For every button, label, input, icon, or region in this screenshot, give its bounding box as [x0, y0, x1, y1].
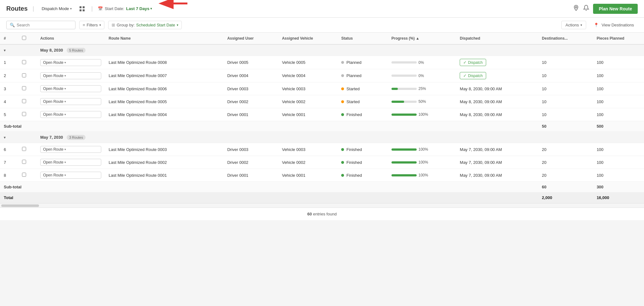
open-route-button[interactable]: Open Route ▾ — [40, 59, 101, 66]
open-route-button[interactable]: Open Route ▾ — [40, 85, 101, 92]
dispatch-label: Dispatch — [468, 74, 483, 78]
row-assigned-vehicle: Vehicle 0005 — [278, 56, 338, 69]
grid-view-icon[interactable] — [78, 5, 86, 13]
toolbar: 🔍 ≡ Filters ▾ ⊞ Group by: Scheduled Star… — [0, 18, 644, 33]
progress-bar: 0% — [391, 60, 452, 65]
view-destinations-button[interactable]: 📍 View Destinations — [590, 21, 638, 29]
filters-button[interactable]: ≡ Filters ▾ — [79, 21, 104, 29]
filter-icon: ≡ — [83, 23, 85, 27]
group-cb — [18, 44, 36, 56]
row-select-checkbox[interactable] — [22, 112, 26, 116]
open-route-button[interactable]: Open Route ▾ — [40, 159, 101, 166]
scroll-thumb[interactable] — [1, 204, 39, 207]
table-row: 2 Open Route ▾ Last Mile Optimized Route… — [0, 69, 644, 82]
divider: | — [33, 5, 34, 12]
group-by-button[interactable]: ⊞ Group by: Scheduled Start Date ▾ — [108, 21, 182, 29]
col-header-actions: Actions — [36, 33, 105, 44]
row-pieces: 100 — [593, 143, 644, 156]
row-route-name: Last Mile Optimized Route 0005 — [105, 95, 224, 108]
select-all-checkbox[interactable] — [22, 36, 26, 40]
row-route-name: Last Mile Optimized Route 0008 — [105, 56, 224, 69]
filters-label: Filters — [87, 23, 98, 27]
group-expand[interactable]: ▾ — [0, 44, 18, 56]
status-dot — [341, 113, 344, 116]
start-date-button[interactable]: Last 7 Days ▾ — [126, 6, 152, 11]
progress-bar: 100% — [391, 112, 452, 117]
search-icon: 🔍 — [10, 23, 15, 27]
row-checkbox[interactable] — [18, 108, 36, 121]
row-destinations: 20 — [538, 169, 593, 182]
row-action: Open Route ▾ — [36, 69, 105, 82]
open-route-chevron: ▾ — [64, 161, 66, 164]
subtotal-row: Sub-total 60 300 — [0, 182, 644, 192]
location-icon-button[interactable] — [573, 5, 579, 13]
open-route-chevron: ▾ — [64, 174, 66, 177]
chevron-down-icon[interactable]: ▾ — [4, 48, 6, 52]
row-checkbox[interactable] — [18, 156, 36, 169]
annotation-arrow — [159, 0, 191, 17]
svg-rect-3 — [83, 9, 85, 11]
row-select-checkbox[interactable] — [22, 147, 26, 151]
row-action: Open Route ▾ — [36, 56, 105, 69]
row-pieces: 100 — [593, 82, 644, 95]
row-assigned-user: Driver 0004 — [224, 69, 278, 82]
row-status: Started — [337, 95, 388, 108]
open-route-button[interactable]: Open Route ▾ — [40, 111, 101, 118]
status-dot — [341, 148, 344, 151]
row-progress: 0% — [388, 69, 456, 82]
open-route-button[interactable]: Open Route ▾ — [40, 72, 101, 79]
row-checkbox[interactable] — [18, 143, 36, 156]
search-input[interactable] — [17, 23, 72, 27]
group-header-row: ▾ May 7, 2030 3 Routes — [0, 132, 644, 143]
row-action: Open Route ▾ — [36, 169, 105, 182]
col-header-route-name: Route Name — [105, 33, 224, 44]
row-assigned-vehicle: Vehicle 0001 — [278, 108, 338, 121]
row-checkbox[interactable] — [18, 56, 36, 69]
horizontal-scrollbar[interactable] — [0, 203, 644, 208]
progress-bar: 100% — [391, 147, 452, 152]
open-route-button[interactable]: Open Route ▾ — [40, 146, 101, 153]
row-destinations: 20 — [538, 143, 593, 156]
row-pieces: 100 — [593, 56, 644, 69]
subtotal-destinations: 60 — [538, 182, 593, 192]
actions-label: Actions — [565, 23, 579, 27]
group-date: May 8, 2030 — [40, 48, 63, 53]
row-select-checkbox[interactable] — [22, 173, 26, 177]
start-date-value: Last 7 Days — [126, 6, 149, 11]
entries-footer: 60 entries found — [0, 208, 644, 220]
row-status: Planned — [337, 69, 388, 82]
row-checkbox[interactable] — [18, 95, 36, 108]
col-header-assigned-user: Assigned User — [224, 33, 278, 44]
open-route-button[interactable]: Open Route ▾ — [40, 172, 101, 179]
row-checkbox[interactable] — [18, 82, 36, 95]
dispatch-button[interactable]: ✓ Dispatch — [460, 72, 486, 79]
row-num: 7 — [0, 156, 18, 169]
row-route-name: Last Mile Optimized Route 0001 — [105, 169, 224, 182]
row-select-checkbox[interactable] — [22, 73, 26, 77]
routes-table: # Actions Route Name Assigned User Assig… — [0, 33, 644, 203]
dispatch-check-icon: ✓ — [463, 60, 467, 65]
col-header-progress[interactable]: Progress (%) ▲ — [388, 33, 456, 44]
plan-new-route-button[interactable]: Plan New Route — [593, 4, 638, 14]
row-select-checkbox[interactable] — [22, 86, 26, 90]
open-route-button[interactable]: Open Route ▾ — [40, 98, 101, 105]
row-select-checkbox[interactable] — [22, 99, 26, 103]
total-row: Total 2,000 16,000 — [0, 192, 644, 203]
chevron-down-icon[interactable]: ▾ — [4, 136, 6, 139]
dispatch-button[interactable]: ✓ Dispatch — [460, 59, 486, 66]
total-destinations: 2,000 — [538, 192, 593, 203]
bell-icon-button[interactable] — [583, 5, 589, 13]
row-checkbox[interactable] — [18, 169, 36, 182]
row-num: 2 — [0, 69, 18, 82]
row-select-checkbox[interactable] — [22, 160, 26, 164]
row-pieces: 100 — [593, 108, 644, 121]
dispatch-mode-button[interactable]: Dispatch Mode ▾ — [39, 5, 74, 12]
actions-button[interactable]: Actions ▾ — [561, 21, 586, 29]
row-num: 1 — [0, 56, 18, 69]
subtotal-label: Sub-total — [0, 121, 538, 132]
row-select-checkbox[interactable] — [22, 60, 26, 64]
status-dot — [341, 174, 344, 177]
row-dispatched: May 7, 2030, 09:00 AM — [456, 156, 538, 169]
row-checkbox[interactable] — [18, 69, 36, 82]
group-expand[interactable]: ▾ — [0, 132, 18, 143]
